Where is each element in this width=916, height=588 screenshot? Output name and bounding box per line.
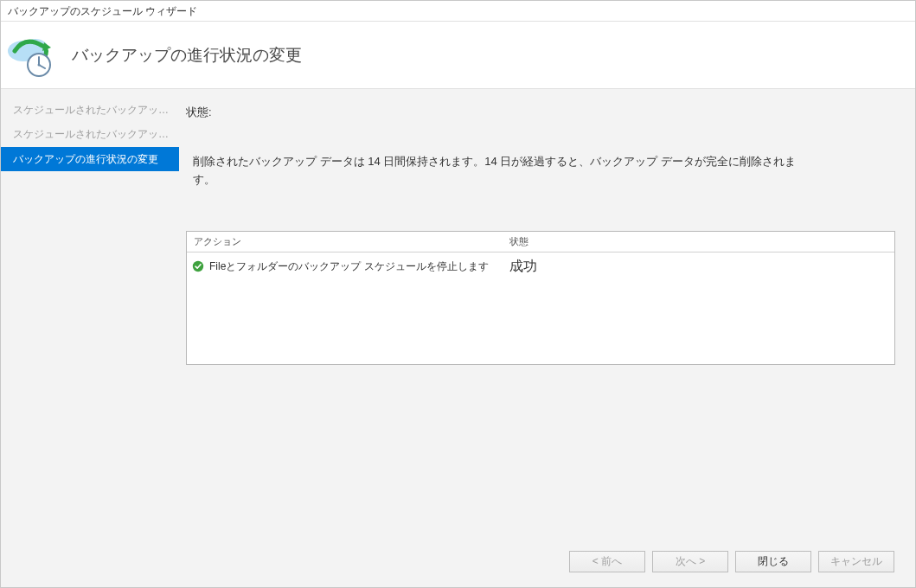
sidebar-item-label: スケジュールされたバックアップを.. — [13, 104, 179, 116]
close-button[interactable]: 閉じる — [735, 551, 811, 572]
wizard-header: バックアップの進行状況の変更 — [1, 22, 915, 89]
wizard-content: 状態: 削除されたバックアップ データは 14 日間保持されます。14 日が経過… — [179, 89, 916, 535]
sidebar-item-stop-scheduled[interactable]: スケジュールされたバックアップの停止 — [1, 122, 179, 146]
wizard-footer: < 前へ 次へ > 閉じる キャンセル — [1, 535, 915, 587]
cancel-button: キャンセル — [818, 551, 894, 572]
table-row: Fileとフォルダーのバックアップ スケジュールを停止します 成功 — [187, 252, 894, 281]
wizard-steps-sidebar: スケジュールされたバックアップを.. スケジュールされたバックアップの停止 バッ… — [1, 89, 179, 535]
sidebar-item-label: バックアップの進行状況の変更 — [13, 153, 158, 165]
column-action: アクション — [187, 235, 503, 248]
backup-cloud-clock-icon — [6, 30, 56, 80]
svg-point-6 — [38, 63, 41, 66]
status-label: 状態: — [186, 105, 895, 120]
table-header: アクション 状態 — [187, 232, 894, 252]
wizard-body: スケジュールされたバックアップを.. スケジュールされたバックアップの停止 バッ… — [1, 89, 915, 535]
prev-button: < 前へ — [569, 551, 645, 572]
window-title-bar: バックアップのスケジュール ウィザード — [1, 1, 915, 22]
next-button: 次へ > — [652, 551, 728, 572]
action-text: Fileとフォルダーのバックアップ スケジュールを停止します — [209, 259, 489, 274]
cell-status: 成功 — [503, 258, 894, 276]
sidebar-item-label: スケジュールされたバックアップの停止 — [13, 128, 179, 140]
page-title: バックアップの進行状況の変更 — [72, 44, 302, 67]
action-status-table: アクション 状態 Fileとフォルダーのバックアップ スケジュールを停止します … — [186, 231, 895, 365]
cell-action: Fileとフォルダーのバックアップ スケジュールを停止します — [187, 259, 503, 274]
sidebar-item-scheduled-backup[interactable]: スケジュールされたバックアップを.. — [1, 98, 179, 122]
status-description: 削除されたバックアップ データは 14 日間保持されます。14 日が経過すると、… — [186, 153, 809, 189]
success-check-icon — [192, 260, 204, 272]
sidebar-item-change-progress[interactable]: バックアップの進行状況の変更 — [1, 147, 179, 171]
window-title: バックアップのスケジュール ウィザード — [8, 5, 197, 17]
column-status: 状態 — [503, 235, 894, 248]
